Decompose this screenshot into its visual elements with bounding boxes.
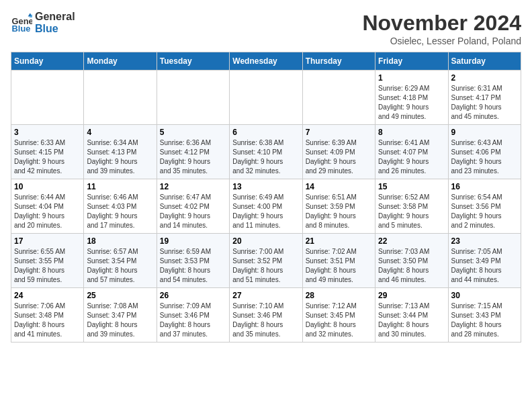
day-info: Sunrise: 6:59 AM Sunset: 3:53 PM Dayligh… xyxy=(160,247,226,285)
day-info: Sunrise: 6:33 AM Sunset: 4:15 PM Dayligh… xyxy=(14,138,81,176)
day-info: Sunrise: 7:08 AM Sunset: 3:47 PM Dayligh… xyxy=(87,302,153,339)
day-number: 9 xyxy=(451,128,518,137)
day-number: 11 xyxy=(87,182,153,191)
calendar-cell xyxy=(84,71,157,125)
calendar-cell: 12Sunrise: 6:47 AM Sunset: 4:02 PM Dayli… xyxy=(157,179,229,234)
calendar-cell: 10Sunrise: 6:44 AM Sunset: 4:04 PM Dayli… xyxy=(11,179,84,234)
calendar-cell: 8Sunrise: 6:41 AM Sunset: 4:07 PM Daylig… xyxy=(375,125,448,179)
day-number: 24 xyxy=(14,291,81,300)
weekday-header-wednesday: Wednesday xyxy=(230,52,302,71)
calendar-cell: 26Sunrise: 7:09 AM Sunset: 3:46 PM Dayli… xyxy=(157,288,229,342)
weekday-header-tuesday: Tuesday xyxy=(157,52,229,71)
day-info: Sunrise: 7:12 AM Sunset: 3:45 PM Dayligh… xyxy=(306,302,372,339)
weekday-header-sunday: Sunday xyxy=(11,52,84,71)
day-info: Sunrise: 6:55 AM Sunset: 3:55 PM Dayligh… xyxy=(14,247,81,285)
day-info: Sunrise: 7:02 AM Sunset: 3:51 PM Dayligh… xyxy=(306,247,372,285)
calendar-cell: 1Sunrise: 6:29 AM Sunset: 4:18 PM Daylig… xyxy=(375,71,448,125)
title-section: November 2024 Osielec, Lesser Poland, Po… xyxy=(362,11,521,46)
day-number: 10 xyxy=(14,182,81,191)
calendar-cell: 29Sunrise: 7:13 AM Sunset: 3:44 PM Dayli… xyxy=(375,288,448,342)
calendar-cell xyxy=(157,71,229,125)
location: Osielec, Lesser Poland, Poland xyxy=(362,36,521,46)
day-info: Sunrise: 7:06 AM Sunset: 3:48 PM Dayligh… xyxy=(14,302,81,339)
weekday-header-row: SundayMondayTuesdayWednesdayThursdayFrid… xyxy=(11,52,521,71)
day-info: Sunrise: 7:05 AM Sunset: 3:49 PM Dayligh… xyxy=(451,247,518,285)
day-info: Sunrise: 6:47 AM Sunset: 4:02 PM Dayligh… xyxy=(160,193,226,230)
calendar-cell: 13Sunrise: 6:49 AM Sunset: 4:00 PM Dayli… xyxy=(230,179,302,234)
calendar-cell: 19Sunrise: 6:59 AM Sunset: 3:53 PM Dayli… xyxy=(157,234,229,288)
day-number: 8 xyxy=(378,128,445,137)
day-number: 28 xyxy=(306,291,372,300)
calendar-cell: 28Sunrise: 7:12 AM Sunset: 3:45 PM Dayli… xyxy=(302,288,375,342)
calendar-cell: 11Sunrise: 6:46 AM Sunset: 4:03 PM Dayli… xyxy=(84,179,157,234)
day-info: Sunrise: 6:41 AM Sunset: 4:07 PM Dayligh… xyxy=(378,138,445,176)
day-number: 12 xyxy=(160,182,226,191)
logo: General Blue General Blue xyxy=(11,11,75,34)
week-row-5: 24Sunrise: 7:06 AM Sunset: 3:48 PM Dayli… xyxy=(11,288,521,342)
logo-line2: Blue xyxy=(35,23,75,35)
day-number: 30 xyxy=(451,291,518,300)
weekday-header-friday: Friday xyxy=(375,52,448,71)
day-info: Sunrise: 6:52 AM Sunset: 3:58 PM Dayligh… xyxy=(378,193,445,230)
day-number: 21 xyxy=(306,236,372,246)
day-info: Sunrise: 6:43 AM Sunset: 4:06 PM Dayligh… xyxy=(451,138,518,176)
day-number: 3 xyxy=(14,128,81,137)
day-info: Sunrise: 6:31 AM Sunset: 4:17 PM Dayligh… xyxy=(451,84,518,122)
calendar-cell xyxy=(11,71,84,125)
day-number: 18 xyxy=(87,236,153,246)
day-number: 20 xyxy=(232,236,299,246)
day-number: 19 xyxy=(160,236,226,246)
calendar-cell: 2Sunrise: 6:31 AM Sunset: 4:17 PM Daylig… xyxy=(448,71,521,125)
calendar-cell: 23Sunrise: 7:05 AM Sunset: 3:49 PM Dayli… xyxy=(448,234,521,288)
day-number: 15 xyxy=(378,182,445,191)
weekday-header-thursday: Thursday xyxy=(302,52,375,71)
day-info: Sunrise: 6:44 AM Sunset: 4:04 PM Dayligh… xyxy=(14,193,81,230)
day-info: Sunrise: 6:36 AM Sunset: 4:12 PM Dayligh… xyxy=(160,138,226,176)
week-row-2: 3Sunrise: 6:33 AM Sunset: 4:15 PM Daylig… xyxy=(11,125,521,179)
day-number: 13 xyxy=(232,182,299,191)
calendar-cell: 6Sunrise: 6:38 AM Sunset: 4:10 PM Daylig… xyxy=(230,125,302,179)
week-row-3: 10Sunrise: 6:44 AM Sunset: 4:04 PM Dayli… xyxy=(11,179,521,234)
weekday-header-saturday: Saturday xyxy=(448,52,521,71)
day-info: Sunrise: 7:03 AM Sunset: 3:50 PM Dayligh… xyxy=(378,247,445,285)
day-number: 29 xyxy=(378,291,445,300)
day-number: 26 xyxy=(160,291,226,300)
calendar-cell: 20Sunrise: 7:00 AM Sunset: 3:52 PM Dayli… xyxy=(230,234,302,288)
day-number: 22 xyxy=(378,236,445,246)
day-number: 23 xyxy=(451,236,518,246)
day-info: Sunrise: 7:10 AM Sunset: 3:46 PM Dayligh… xyxy=(232,302,299,339)
calendar-cell: 22Sunrise: 7:03 AM Sunset: 3:50 PM Dayli… xyxy=(375,234,448,288)
logo-line1: General xyxy=(35,11,75,23)
logo-icon: General Blue xyxy=(11,12,32,34)
day-number: 5 xyxy=(160,128,226,137)
day-number: 14 xyxy=(306,182,372,191)
day-info: Sunrise: 7:13 AM Sunset: 3:44 PM Dayligh… xyxy=(378,302,445,339)
day-info: Sunrise: 6:51 AM Sunset: 3:59 PM Dayligh… xyxy=(306,193,372,230)
calendar-cell: 25Sunrise: 7:08 AM Sunset: 3:47 PM Dayli… xyxy=(84,288,157,342)
calendar-cell: 3Sunrise: 6:33 AM Sunset: 4:15 PM Daylig… xyxy=(11,125,84,179)
day-number: 6 xyxy=(232,128,299,137)
calendar-cell: 9Sunrise: 6:43 AM Sunset: 4:06 PM Daylig… xyxy=(448,125,521,179)
day-info: Sunrise: 6:38 AM Sunset: 4:10 PM Dayligh… xyxy=(232,138,299,176)
day-info: Sunrise: 6:29 AM Sunset: 4:18 PM Dayligh… xyxy=(378,84,445,122)
calendar-cell xyxy=(230,71,302,125)
day-info: Sunrise: 6:39 AM Sunset: 4:09 PM Dayligh… xyxy=(306,138,372,176)
calendar-cell: 30Sunrise: 7:15 AM Sunset: 3:43 PM Dayli… xyxy=(448,288,521,342)
week-row-4: 17Sunrise: 6:55 AM Sunset: 3:55 PM Dayli… xyxy=(11,234,521,288)
day-info: Sunrise: 6:46 AM Sunset: 4:03 PM Dayligh… xyxy=(87,193,153,230)
calendar-table: SundayMondayTuesdayWednesdayThursdayFrid… xyxy=(11,52,521,342)
calendar-cell: 14Sunrise: 6:51 AM Sunset: 3:59 PM Dayli… xyxy=(302,179,375,234)
calendar-cell: 18Sunrise: 6:57 AM Sunset: 3:54 PM Dayli… xyxy=(84,234,157,288)
calendar-cell: 7Sunrise: 6:39 AM Sunset: 4:09 PM Daylig… xyxy=(302,125,375,179)
week-row-1: 1Sunrise: 6:29 AM Sunset: 4:18 PM Daylig… xyxy=(11,71,521,125)
month-title: November 2024 xyxy=(362,11,521,36)
weekday-header-monday: Monday xyxy=(84,52,157,71)
calendar-cell: 24Sunrise: 7:06 AM Sunset: 3:48 PM Dayli… xyxy=(11,288,84,342)
day-number: 27 xyxy=(232,291,299,300)
calendar-cell: 17Sunrise: 6:55 AM Sunset: 3:55 PM Dayli… xyxy=(11,234,84,288)
day-number: 16 xyxy=(451,182,518,191)
day-info: Sunrise: 7:00 AM Sunset: 3:52 PM Dayligh… xyxy=(232,247,299,285)
day-number: 1 xyxy=(378,73,445,83)
day-info: Sunrise: 6:57 AM Sunset: 3:54 PM Dayligh… xyxy=(87,247,153,285)
calendar-cell: 15Sunrise: 6:52 AM Sunset: 3:58 PM Dayli… xyxy=(375,179,448,234)
